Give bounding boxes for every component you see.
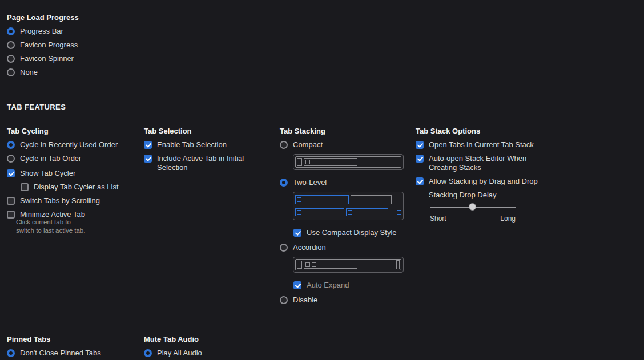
radio-none[interactable]: None — [7, 68, 79, 77]
option-label: Play All Audio — [157, 349, 202, 358]
checkbox-icon — [7, 197, 15, 205]
checkbox-include-active-tab[interactable]: Include Active Tab in Initial Selection — [144, 154, 261, 172]
checkbox-auto-open-stack-editor[interactable]: Auto-open Stack Editor When Creating Sta… — [416, 154, 538, 172]
radio-icon — [7, 41, 15, 49]
option-label: Open Tabs in Current Tab Stack — [429, 140, 534, 149]
tab-selection-title: Tab Selection — [144, 127, 277, 135]
checkbox-icon — [21, 183, 29, 191]
accordion-preview-image — [293, 257, 404, 273]
stacking-drop-delay-label: Stacking Drop Delay — [429, 191, 550, 200]
radio-icon — [144, 349, 152, 357]
preview-tab-bar — [295, 259, 401, 270]
checkbox-icon — [293, 229, 301, 237]
preview-pinned-tab — [297, 158, 302, 166]
tab-stacking-section: Tab Stacking Compact Two-Level — [280, 127, 413, 309]
preview-substack-tab — [346, 208, 388, 216]
option-label: Favicon Progress — [20, 41, 78, 50]
option-label: Switch Tabs by Scrolling — [20, 196, 100, 205]
checkbox-display-cycler-as-list[interactable]: Display Tab Cycler as List — [21, 183, 140, 192]
checkbox-icon — [293, 281, 301, 289]
preview-favicon — [305, 262, 310, 267]
radio-icon — [7, 55, 15, 63]
option-label: Two-Level — [293, 178, 327, 187]
slider-min-label: Short — [430, 215, 446, 223]
checkbox-show-tab-cycler[interactable]: Show Tab Cycler — [7, 169, 140, 178]
preview-favicon — [297, 197, 301, 202]
radio-two-level[interactable]: Two-Level — [280, 178, 413, 187]
pinned-tabs-title: Pinned Tabs — [7, 335, 101, 343]
checkbox-enable-tab-selection[interactable]: Enable Tab Selection — [144, 140, 277, 149]
radio-play-all-audio[interactable]: Play All Audio — [144, 349, 202, 358]
radio-cycle-recently-used[interactable]: Cycle in Recently Used Order — [7, 140, 140, 149]
checkbox-icon — [416, 177, 424, 185]
minimize-active-tab-description: Click current tab to switch to last acti… — [16, 218, 140, 235]
preview-new-tab-button — [397, 210, 401, 215]
preview-expand-handle — [396, 260, 400, 269]
checkbox-icon — [416, 141, 424, 149]
compact-preview-image — [293, 154, 404, 170]
description-line: Click current tab to — [16, 218, 140, 226]
radio-disable[interactable]: Disable — [280, 296, 413, 305]
preview-favicon — [348, 210, 352, 215]
radio-icon — [7, 155, 15, 163]
preview-active-stack-tab — [295, 195, 349, 204]
slider-thumb[interactable] — [469, 203, 476, 211]
tab-cycling-title: Tab Cycling — [7, 127, 140, 135]
checkbox-allow-stacking-drag-drop[interactable]: Allow Stacking by Drag and Drop — [416, 177, 550, 186]
option-label: Cycle in Tab Order — [20, 154, 81, 163]
checkbox-open-tabs-in-current-stack[interactable]: Open Tabs in Current Tab Stack — [416, 140, 550, 149]
pinned-tabs-section: Pinned Tabs Don't Close Pinned Tabs — [7, 335, 101, 360]
preview-favicon — [297, 210, 301, 215]
radio-icon — [280, 244, 288, 252]
tab-selection-section: Tab Selection Enable Tab Selection Inclu… — [144, 127, 277, 177]
preview-pinned-tab — [297, 261, 302, 269]
option-label: Don't Close Pinned Tabs — [20, 349, 101, 358]
option-label: Display Tab Cycler as List — [34, 183, 119, 192]
slider-track[interactable] — [430, 203, 516, 211]
page-load-progress-title: Page Load Progress — [7, 13, 79, 22]
checkbox-icon — [7, 211, 15, 219]
radio-icon — [280, 179, 288, 187]
checkbox-icon — [7, 169, 15, 177]
radio-favicon-progress[interactable]: Favicon Progress — [7, 41, 79, 50]
checkbox-auto-expand[interactable]: Auto Expand — [293, 281, 413, 290]
radio-icon — [7, 349, 15, 357]
option-label: Cycle in Recently Used Order — [20, 140, 118, 149]
radio-icon — [7, 141, 15, 149]
option-label: Enable Tab Selection — [157, 140, 227, 149]
option-label: Include Active Tab in Initial Selection — [157, 154, 261, 172]
slider-labels: Short Long — [430, 215, 516, 223]
preview-substack-tab — [295, 208, 344, 216]
preview-favicon — [305, 160, 310, 164]
option-label: Auto-open Stack Editor When Creating Sta… — [429, 154, 538, 172]
radio-compact[interactable]: Compact — [280, 140, 413, 149]
radio-favicon-spinner[interactable]: Favicon Spinner — [7, 54, 79, 63]
radio-icon — [280, 296, 288, 304]
radio-dont-close-pinned-tabs[interactable]: Don't Close Pinned Tabs — [7, 349, 101, 358]
mute-tab-audio-section: Mute Tab Audio Play All Audio — [144, 335, 202, 360]
stacking-drop-delay-slider: Short Long — [430, 203, 516, 223]
option-label: Disable — [293, 296, 317, 305]
option-label: Accordion — [293, 243, 326, 252]
tab-stack-options-section: Tab Stack Options Open Tabs in Current T… — [416, 127, 550, 223]
two-level-preview-image — [293, 192, 404, 220]
preview-tab-row — [295, 194, 401, 205]
radio-icon — [7, 68, 15, 76]
checkbox-use-compact-display-style[interactable]: Use Compact Display Style — [293, 228, 413, 237]
preview-tab — [351, 195, 392, 204]
radio-accordion[interactable]: Accordion — [280, 243, 413, 252]
preview-tab — [304, 158, 357, 166]
checkbox-switch-tabs-by-scrolling[interactable]: Switch Tabs by Scrolling — [7, 196, 140, 205]
checkbox-icon — [144, 141, 152, 149]
radio-cycle-tab-order[interactable]: Cycle in Tab Order — [7, 154, 140, 163]
option-label: Auto Expand — [307, 281, 349, 290]
radio-icon — [7, 27, 15, 35]
option-label: None — [20, 68, 38, 77]
option-label: Show Tab Cycler — [20, 169, 75, 178]
slider-max-label: Long — [500, 215, 516, 223]
radio-progress-bar[interactable]: Progress Bar — [7, 27, 79, 36]
checkbox-icon — [416, 155, 424, 163]
preview-favicon — [312, 262, 316, 267]
option-label: Progress Bar — [20, 27, 63, 36]
option-label: Compact — [293, 140, 323, 149]
